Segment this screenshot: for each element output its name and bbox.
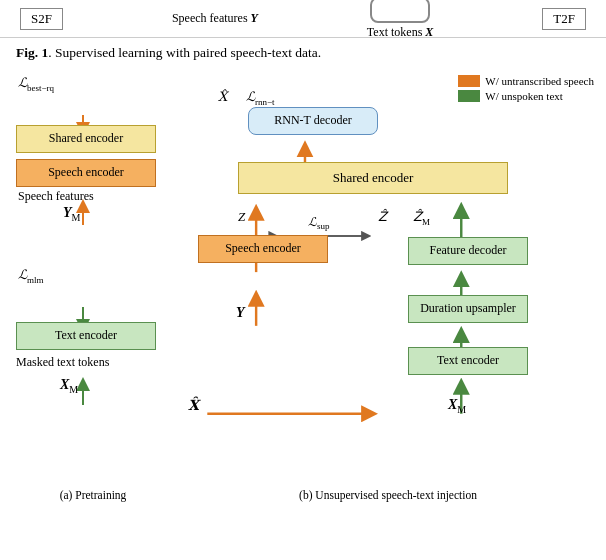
- z-hat-label: Ẑ: [378, 209, 387, 225]
- left-shared-encoder-label: Shared encoder: [49, 131, 123, 146]
- right-duration-upsampler-box: Duration upsampler: [408, 295, 528, 323]
- legend-orange-color: [458, 75, 480, 87]
- loss-sup-label: ℒsup: [308, 215, 330, 231]
- speech-features-label: Speech features Y: [172, 11, 258, 26]
- x-m-bottom-label: XM: [448, 397, 466, 415]
- right-text-encoder-box: Text encoder: [408, 347, 528, 375]
- t2f-group: T2F: [542, 8, 586, 30]
- diagram-area: ℒbest−rq Shared encoder Speech encoder S…: [0, 67, 606, 487]
- bottom-label-left: (a) Pretraining: [8, 489, 178, 523]
- left-text-encoder-label: Text encoder: [55, 328, 117, 343]
- t2f-box: T2F: [542, 8, 586, 30]
- legend-orange-label: W/ untranscribed speech: [485, 75, 594, 87]
- text-tokens-group: Text tokens X: [367, 0, 434, 40]
- right-shared-encoder-box: Shared encoder: [238, 162, 508, 194]
- caption-text: . Supervised learning with paired speech…: [48, 45, 321, 60]
- left-masked-text-label: Masked text tokens: [16, 355, 109, 370]
- right-speech-encoder-label: Speech encoder: [225, 241, 301, 256]
- y-label: Y: [236, 305, 245, 321]
- z-label: Z: [238, 209, 245, 225]
- text-tokens-box: [370, 0, 430, 23]
- top-strip: S2F Speech features Y Text tokens X T2F: [0, 0, 606, 38]
- speech-features-group: Speech features Y: [172, 11, 258, 26]
- right-rnn-t-decoder-box: RNN-T decoder: [248, 107, 378, 135]
- right-feature-decoder-box: Feature decoder: [408, 237, 528, 265]
- left-panel: ℒbest−rq Shared encoder Speech encoder S…: [8, 67, 178, 487]
- legend-green-color: [458, 90, 480, 102]
- speech-var: Y: [251, 11, 258, 25]
- right-arrows-svg: [178, 67, 598, 487]
- right-feature-decoder-label: Feature decoder: [430, 243, 507, 258]
- right-shared-encoder-label: Shared encoder: [333, 170, 414, 186]
- left-speech-encoder-box: Speech encoder: [16, 159, 156, 187]
- s2f-group: S2F: [20, 8, 63, 30]
- left-ym-label: YM: [63, 205, 80, 223]
- t2f-label: T2F: [553, 11, 575, 26]
- right-text-encoder-label: Text encoder: [437, 353, 499, 368]
- bottom-labels: (a) Pretraining (b) Unsupervised speech-…: [0, 487, 606, 525]
- s2f-label: S2F: [31, 11, 52, 26]
- legend-orange-item: W/ untranscribed speech: [458, 75, 594, 87]
- x-hat-top-label: X̂: [218, 89, 227, 105]
- left-shared-encoder-box: Shared encoder: [16, 125, 156, 153]
- legend-green-item: W/ unspoken text: [458, 90, 594, 102]
- left-speech-features-label: Speech features: [18, 189, 94, 204]
- legend-green-label: W/ unspoken text: [485, 90, 563, 102]
- z-hat-m-label: ẐM: [413, 209, 430, 227]
- text-tokens-label: Text tokens X: [367, 25, 434, 40]
- right-speech-encoder-box: Speech encoder: [198, 235, 328, 263]
- loss-mlm: ℒmlm: [18, 267, 44, 285]
- right-duration-upsampler-label: Duration upsampler: [420, 301, 516, 316]
- left-text-encoder-box: Text encoder: [16, 322, 156, 350]
- left-speech-encoder-label: Speech encoder: [48, 165, 124, 180]
- left-xm-label: XM: [60, 377, 78, 395]
- text-var: X: [425, 25, 433, 39]
- s2f-box: S2F: [20, 8, 63, 30]
- right-rnn-t-label: RNN-T decoder: [274, 113, 351, 128]
- right-panel: W/ untranscribed speech W/ unspoken text: [178, 67, 598, 487]
- bottom-label-right: (b) Unsupervised speech-text injection: [178, 489, 598, 523]
- loss-rnn-t-label: ℒrnn−t: [246, 89, 275, 107]
- loss-best-rq: ℒbest−rq: [18, 75, 54, 93]
- x-hat-bottom-label: X̂: [188, 397, 199, 414]
- fig-num: Fig. 1: [16, 45, 48, 60]
- legend: W/ untranscribed speech W/ unspoken text: [458, 75, 594, 105]
- fig-caption: Fig. 1. Supervised learning with paired …: [0, 38, 606, 67]
